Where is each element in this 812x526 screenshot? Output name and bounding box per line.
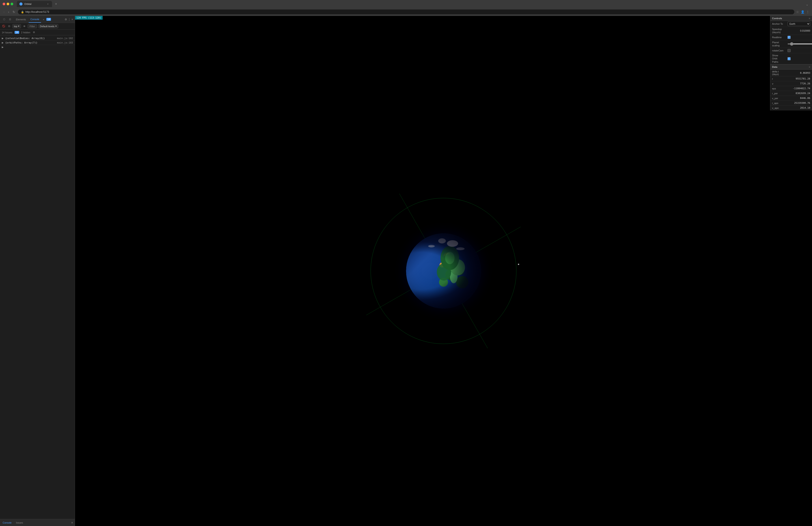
bottom-close-button[interactable]: × [71, 521, 73, 524]
title-bar: Orbital × + ⌄ [0, 0, 812, 8]
console-text-0: {celestialBodies: Array(8)} [5, 37, 56, 40]
tab-expand-button[interactable]: ⌄ [805, 2, 809, 7]
tab-console[interactable]: Console [29, 16, 41, 23]
v-label: v [772, 82, 784, 85]
controls-panel: Controls » Anchor To Earth Sun Mercury V… [770, 16, 812, 110]
devtools-dots-icon[interactable]: ⋮ [68, 18, 71, 21]
anchor-to-select[interactable]: Earth Sun Mercury Venus Mars Jupiter Sat… [787, 22, 810, 26]
more-tabs-button[interactable]: » [42, 18, 45, 21]
new-tab-button[interactable]: + [53, 1, 59, 7]
more-items-arrow[interactable]: ▶ [0, 45, 75, 49]
traffic-lights [3, 3, 13, 5]
data-row-r-per: r_per 8382699.24 [770, 91, 812, 96]
speedup-value: 0.010000 [787, 29, 810, 32]
main-area: ⬡ ⊡ Elements Console » 14 ⚙ ⋮ × 🚫 ⊟ top [0, 16, 812, 526]
eps-value: -11884022.74 [784, 87, 810, 90]
show-orbit-paths-row: Show Orbit Paths [770, 53, 812, 64]
maximize-window-button[interactable] [11, 3, 13, 5]
v-apo-value: 2814.10 [784, 106, 810, 109]
clear-console-icon[interactable]: 🚫 [2, 24, 6, 28]
console-output: ▶ {celestialBodies: Array(8)} main.js:18… [0, 35, 75, 519]
forward-button[interactable]: › [7, 10, 10, 14]
delta-t-label: delta t (days) [772, 70, 784, 75]
console-text-1: {orbitPaths: Array(7)} [5, 41, 56, 44]
speedup-label: Speedup (days/s) [772, 28, 787, 34]
devtools-settings-group: ⚙ ⋮ × [64, 18, 73, 21]
issues-settings-icon[interactable]: ⚙ [33, 31, 35, 34]
console-item-1: ▶ {orbitPaths: Array(7)} main.js:183 [0, 41, 75, 45]
v-per-label: v_per [772, 97, 784, 100]
anchor-to-label: Anchor To [772, 22, 787, 25]
rotate-cam-row: rotateCam [770, 48, 812, 53]
eps-label: eps [772, 87, 784, 90]
show-orbit-paths-label: Show Orbit Paths [772, 54, 787, 63]
bookmark-icon[interactable]: ☆ [796, 10, 799, 14]
hidden-count-label: 2 hidden [21, 31, 30, 34]
minimize-window-button[interactable] [6, 3, 9, 5]
devtools-close-button[interactable]: × [72, 18, 73, 21]
v-apo-label: v_apo [772, 106, 784, 109]
devtools-bottom-bar: Console Issues × [0, 519, 75, 526]
controls-collapse-button[interactable]: » [809, 17, 810, 20]
close-window-button[interactable] [3, 3, 5, 5]
show-orbit-paths-checkbox[interactable] [787, 57, 791, 60]
rotate-cam-checkbox[interactable] [787, 49, 791, 52]
r-value: 9551781.28 [784, 77, 810, 80]
expand-arrow-1[interactable]: ▶ [2, 41, 4, 44]
planet-scaling-row: Planet scaling 1 [770, 40, 812, 48]
inspect-icon[interactable]: ⊡ [8, 17, 12, 22]
r-apo-label: r_apo [772, 102, 784, 104]
earth-night-side [406, 233, 481, 309]
bottom-tab-console[interactable]: Console [2, 521, 12, 524]
log-levels-selector[interactable]: Default levels ▾ [39, 24, 58, 28]
console-link-1[interactable]: main.js:183 [57, 41, 73, 44]
context-selector[interactable]: top ▾ [12, 24, 21, 28]
tab-elements[interactable]: Elements [14, 16, 28, 23]
issues-badge: 14 [15, 31, 19, 34]
earth-scene [75, 16, 812, 526]
r-per-value: 8382699.24 [784, 92, 810, 95]
cursor-icon[interactable]: ⬡ [2, 17, 6, 22]
filter-label: Filter [30, 25, 35, 28]
eye-icon[interactable]: 👁 [22, 24, 26, 28]
realtime-checkbox[interactable] [787, 36, 791, 39]
expand-arrow-0[interactable]: ▶ [2, 37, 4, 40]
planet-scaling-slider-group: 1 [787, 43, 812, 45]
reload-button[interactable]: ↻ [12, 10, 16, 14]
context-label: top [14, 25, 17, 28]
url-bar[interactable]: 🔒 http://localhost:5173 [18, 10, 794, 14]
v-value: 7726.26 [784, 82, 810, 85]
anchor-to-row: Anchor To Earth Sun Mercury Venus Mars J… [770, 21, 812, 27]
filter-button[interactable]: Filter [28, 24, 37, 28]
devtools-issues-badge: 14 [46, 18, 51, 21]
speedup-row: Speedup (days/s) 0.010000 [770, 27, 812, 35]
settings-icon[interactable]: ⚙ [64, 18, 67, 21]
devtools-icon-group: ⬡ ⊡ [2, 17, 12, 22]
toggle-sidebar-icon[interactable]: ⊟ [7, 24, 11, 28]
menu-icon[interactable]: ⋮ [806, 10, 809, 14]
bottom-tab-issues[interactable]: Issues [15, 521, 24, 524]
toolbar-actions: ☆ 👤 ⋮ [796, 10, 809, 14]
viewport: 120 FPS (113-120) [75, 16, 812, 526]
console-link-0[interactable]: main.js:182 [57, 37, 73, 40]
browser-tab[interactable]: Orbital × [17, 1, 52, 7]
v-per-value: 8446.06 [784, 97, 810, 100]
controls-title: Controls [772, 17, 782, 20]
svg-point-3 [518, 264, 519, 265]
data-row-r-apo: r_apo 25159300.76 [770, 101, 812, 105]
planet-scaling-slider[interactable] [787, 43, 812, 44]
profile-icon[interactable]: 👤 [801, 10, 804, 14]
fps-counter: 120 FPS (113-120) [75, 16, 103, 20]
planet-scaling-label: Planet scaling [772, 41, 787, 47]
browser-chrome: Orbital × + ⌄ ‹ › ↻ 🔒 http://localhost:5… [0, 0, 812, 16]
delta-t-value: 0.86093 [784, 72, 810, 74]
tab-close-button[interactable]: × [46, 2, 49, 5]
devtools-panel: ⬡ ⊡ Elements Console » 14 ⚙ ⋮ × 🚫 ⊟ top [0, 16, 75, 526]
controls-section-header: Controls » [770, 16, 812, 21]
rotate-cam-label: rotateCam [772, 49, 787, 52]
levels-label: Default levels [40, 25, 55, 28]
issues-count-label: 14 Issues: [2, 31, 13, 34]
data-collapse-button[interactable]: » [809, 65, 810, 69]
r-label: r [772, 77, 784, 80]
back-button[interactable]: ‹ [3, 10, 5, 14]
